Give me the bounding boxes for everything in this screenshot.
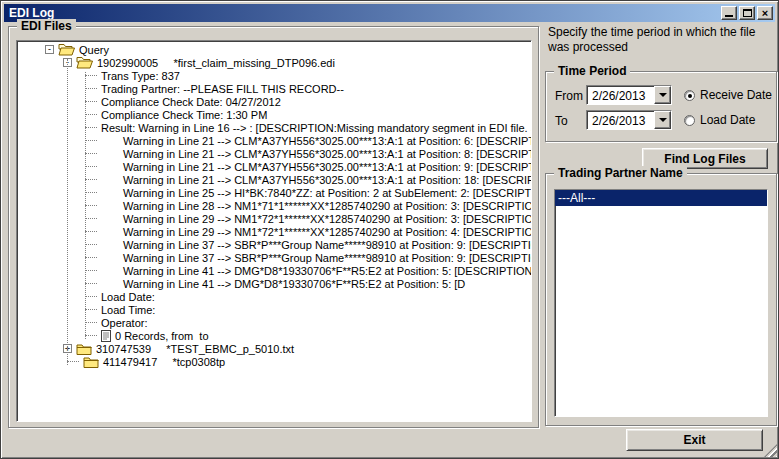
tree-connector [85, 296, 97, 297]
tree-node-label: Warning in Line 21 --> CLM*A37YH556*3025… [123, 135, 532, 147]
close-button[interactable]: × [757, 6, 773, 20]
tree-node[interactable]: Warning in Line 29 --> NM1*72*1******XX*… [19, 225, 531, 238]
tree-node[interactable]: Trans Type: 837 [19, 69, 531, 82]
tree-node-label: Trans Type: 837 [101, 70, 180, 82]
tree-connector [85, 179, 97, 180]
tree-connector [67, 361, 79, 362]
tree-connector [85, 205, 97, 206]
collapse-icon[interactable]: - [45, 45, 54, 54]
folder-open-icon [76, 56, 93, 69]
tree-node[interactable]: Compliance Check Date: 04/27/2012 [19, 95, 531, 108]
tree-connector [85, 283, 97, 284]
tree-connector [85, 322, 97, 323]
tree-connector [85, 75, 97, 76]
from-date-combo[interactable]: 2/26/2013 [586, 85, 672, 105]
to-date-combo[interactable]: 2/26/2013 [586, 110, 672, 130]
trading-partner-group: Trading Partner Name ---All--- [545, 173, 777, 426]
titlebar[interactable]: EDI Log × [4, 4, 775, 22]
tree-node-label: Warning in Line 37 --> SBR*P***Group Nam… [123, 239, 532, 251]
tree-connector [85, 309, 97, 310]
tree-node[interactable]: Operator: [19, 316, 531, 329]
to-date-value: 2/26/2013 [587, 111, 654, 129]
window-title: EDI Log [9, 6, 54, 20]
tree-node-label: Warning in Line 37 --> SBR*P***Group Nam… [123, 252, 532, 264]
tree-node[interactable]: 411479417 *tcp0308tp [19, 355, 531, 368]
tree-node[interactable]: Warning in Line 29 --> NM1*72*1******XX*… [19, 212, 531, 225]
tree-node[interactable]: Warning in Line 28 --> NM1*71*1******XX*… [19, 199, 531, 212]
tree-connector [85, 114, 97, 115]
tree-node[interactable]: Warning in Line 21 --> CLM*A37YH556*3025… [19, 173, 531, 186]
tree-node[interactable]: Result: Warning in Line 16 --> : [DESCRI… [19, 121, 531, 134]
tree-node[interactable]: Warning in Line 37 --> SBR*P***Group Nam… [19, 251, 531, 264]
tree-node-label: Compliance Check Date: 04/27/2012 [101, 96, 281, 108]
tree-node[interactable]: Warning in Line 21 --> CLM*A37YH556*3025… [19, 134, 531, 147]
load-date-radio[interactable]: Load Date [684, 113, 755, 127]
radio-icon[interactable] [684, 90, 695, 101]
from-label: From [555, 89, 583, 103]
tree-node[interactable]: Warning in Line 41 --> DMG*D8*19330706*F… [19, 264, 531, 277]
tree-node-label: Warning in Line 21 --> CLM*A37YH556*3025… [123, 161, 532, 173]
receive-date-radio[interactable]: Receive Date [684, 88, 772, 102]
tree-node[interactable]: Warning in Line 41 --> DMG*D8*19330706*F… [19, 277, 531, 290]
tree-node-label: 411479417 *tcp0308tp [103, 356, 225, 368]
chevron-down-icon [659, 118, 667, 122]
tree-node[interactable]: Load Date: [19, 290, 531, 303]
receive-date-label: Receive Date [700, 88, 772, 102]
tree-connector [85, 231, 97, 232]
tree-node[interactable]: Warning in Line 25 --> HI*BK:7840*ZZ: at… [19, 186, 531, 199]
tree-connector [85, 244, 97, 245]
tree-connector [85, 140, 97, 141]
tree-guide-line [85, 72, 86, 339]
tree-node[interactable]: Warning in Line 21 --> CLM*A37YH556*3025… [19, 160, 531, 173]
minimize-icon [725, 15, 733, 17]
tree-node[interactable]: Warning in Line 21 --> CLM*A37YH556*3025… [19, 147, 531, 160]
tree-node-label: Warning in Line 28 --> NM1*71*1******XX*… [123, 200, 532, 212]
tree-node-label: Load Date: [101, 291, 155, 303]
radio-icon[interactable] [684, 115, 695, 126]
dialog-client-area: EDI Files -Query-1902990005 *first_claim… [4, 22, 775, 455]
tree-node-label: Warning in Line 41 --> DMG*D8*19330706*F… [123, 265, 532, 277]
maximize-icon [743, 9, 752, 17]
tree-connector [85, 270, 97, 271]
tree-node[interactable]: Trading Partner: --PLEASE FILL THIS RECO… [19, 82, 531, 95]
tree-connector [85, 335, 97, 336]
edi-log-window: EDI Log × EDI Files -Query-1902990005 *f… [0, 0, 779, 459]
tree-node-label: Compliance Check Time: 1:30 PM [101, 109, 267, 121]
tree-connector [85, 153, 97, 154]
tree-connector [85, 218, 97, 219]
folder-closed-icon [83, 356, 99, 368]
tree-guide-line [67, 59, 68, 365]
tree-node[interactable]: +310747539 *TEST_EBMC_p_5010.txt [19, 342, 531, 355]
tree-node[interactable]: -Query [19, 43, 531, 56]
minimize-button[interactable] [721, 6, 737, 20]
tree-node-label: Result: Warning in Line 16 --> : [DESCRI… [101, 122, 532, 134]
instruction-text: Specify the time period in which the fil… [548, 25, 779, 55]
tree-node-label: 1902990005 *first_claim_missing_DTP096.e… [97, 57, 335, 69]
tree-node-label: Warning in Line 21 --> CLM*A37YH556*3025… [123, 174, 532, 186]
tree-node[interactable]: -1902990005 *first_claim_missing_DTP096.… [19, 56, 531, 69]
tree-node-label: Load Time: [101, 304, 155, 316]
file-tree[interactable]: -Query-1902990005 *first_claim_missing_D… [16, 40, 532, 422]
tree-connector [85, 127, 97, 128]
tree-node[interactable]: 0 Records, from to [19, 329, 531, 342]
tree-node[interactable]: Warning in Line 37 --> SBR*P***Group Nam… [19, 238, 531, 251]
exit-button[interactable]: Exit [626, 429, 763, 451]
tree-connector [85, 192, 97, 193]
folder-open-icon [58, 43, 75, 56]
trading-partner-listbox[interactable]: ---All--- [554, 189, 768, 417]
load-date-label: Load Date [700, 113, 755, 127]
edi-files-label: EDI Files [17, 19, 76, 33]
to-label: To [555, 114, 568, 128]
folder-closed-icon [76, 343, 92, 355]
tree-node-label: Warning in Line 29 --> NM1*72*1******XX*… [123, 226, 532, 238]
edi-files-group: EDI Files -Query-1902990005 *first_claim… [8, 26, 539, 428]
time-period-label: Time Period [554, 64, 630, 78]
to-dropdown-button[interactable] [654, 111, 671, 129]
listbox-item[interactable]: ---All--- [555, 190, 767, 206]
maximize-button[interactable] [739, 6, 755, 20]
tree-node-label: Warning in Line 29 --> NM1*72*1******XX*… [123, 213, 532, 225]
from-dropdown-button[interactable] [654, 86, 671, 104]
tree-node[interactable]: Compliance Check Time: 1:30 PM [19, 108, 531, 121]
tree-node[interactable]: Load Time: [19, 303, 531, 316]
tree-node-label: 310747539 *TEST_EBMC_p_5010.txt [96, 343, 294, 355]
